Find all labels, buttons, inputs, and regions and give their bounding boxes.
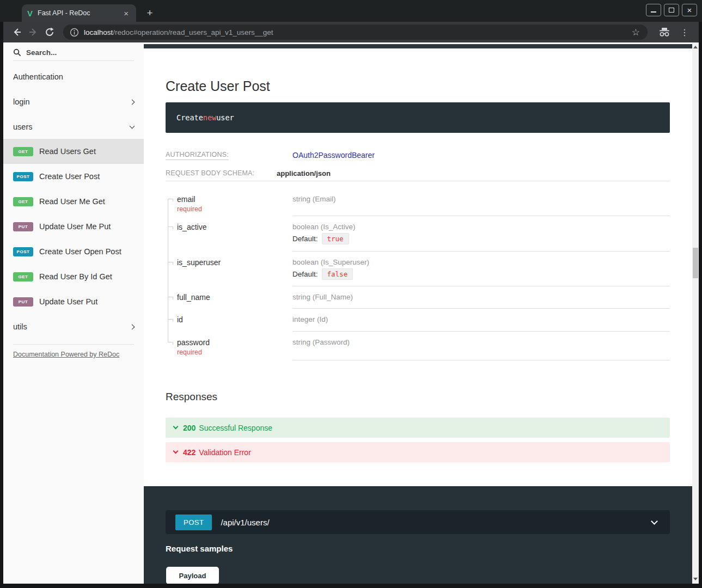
minimize-button[interactable]	[646, 4, 661, 16]
sidebar-item-read-user-by-id-get[interactable]: GET Read User By Id Get	[3, 264, 144, 289]
field-name: is_active	[177, 223, 292, 231]
method-badge-post: POST	[13, 247, 33, 256]
chevron-right-icon	[130, 324, 135, 329]
search-icon	[13, 48, 21, 57]
operation-label: Create User Open Post	[39, 247, 121, 256]
sidebar-item-read-users-get[interactable]: GET Read Users Get	[3, 139, 144, 164]
default-value-chip: true	[322, 233, 349, 244]
chevron-down-icon	[173, 424, 179, 430]
operation-label: Create User Post	[39, 172, 100, 181]
bookmark-star-icon[interactable]: ☆	[632, 27, 640, 38]
method-badge-post: POST	[13, 172, 33, 181]
authorizations-label: AUTHORIZATIONS:	[166, 151, 229, 160]
page-title: Create User Post	[166, 78, 270, 94]
window-controls: ×	[646, 4, 697, 16]
sidebar-group-utils[interactable]: utils	[3, 314, 144, 339]
forward-button[interactable]	[25, 24, 41, 40]
back-button[interactable]	[9, 24, 25, 40]
field-name: is_superuser	[177, 258, 292, 267]
tab-close-icon[interactable]: ×	[121, 8, 131, 19]
tree-connector	[168, 297, 173, 299]
code-text: Create	[176, 113, 203, 122]
field-type: string (Email)	[292, 195, 670, 203]
sidebar-item-update-user-me-put[interactable]: PUT Update User Me Put	[3, 214, 144, 239]
scroll-up-arrow-icon[interactable]	[693, 46, 698, 48]
new-tab-button[interactable]: +	[143, 6, 157, 20]
auth-scheme-link[interactable]: OAuth2PasswordBearer	[292, 151, 375, 160]
close-button[interactable]: ×	[682, 4, 697, 16]
response-code: 422	[183, 448, 196, 457]
request-body-schema-row: REQUEST BODY SCHEMA: application/json	[166, 169, 670, 177]
endpoint-dropdown[interactable]: POST /api/v1/users/	[166, 510, 670, 534]
field-row-password: password required string (Password)	[166, 332, 670, 360]
request-body-schema-label: REQUEST BODY SCHEMA:	[166, 169, 254, 177]
operation-label: Read Users Get	[39, 147, 96, 156]
chevron-down-icon	[651, 518, 658, 525]
method-badge-get: GET	[13, 147, 33, 156]
field-row-email: email required string (Email)	[166, 188, 670, 216]
field-name: email	[177, 195, 292, 204]
response-200-row[interactable]: 200 Successful Response	[166, 418, 670, 438]
response-422-row[interactable]: 422 Validation Error	[166, 442, 670, 462]
browser-menu-button[interactable]: ⋮	[680, 27, 689, 38]
sidebar-group-label: users	[13, 122, 32, 131]
sidebar-item-create-user-open-post[interactable]: POST Create User Open Post	[3, 239, 144, 264]
chevron-down-icon	[173, 449, 179, 454]
browser-titlebar: V Fast API - ReDoc × + ×	[0, 0, 702, 22]
maximize-button[interactable]	[664, 4, 679, 16]
back-arrow-icon	[11, 27, 22, 38]
chevron-down-icon	[130, 124, 135, 129]
method-badge-put: PUT	[13, 222, 33, 231]
method-badge-get: GET	[13, 272, 33, 281]
operation-label: Read User By Id Get	[39, 272, 112, 281]
sidebar-divider	[13, 344, 134, 345]
chevron-right-icon	[130, 99, 135, 105]
page-scrollbar[interactable]	[692, 42, 699, 584]
sidebar-item-read-user-me-get[interactable]: GET Read User Me Get	[3, 189, 144, 214]
operation-description-code: Create new user	[166, 102, 670, 133]
tab-payload[interactable]: Payload	[166, 567, 219, 584]
incognito-icon	[656, 24, 673, 40]
operation-label: Update User Put	[39, 297, 97, 306]
close-icon: ×	[687, 6, 692, 14]
redoc-footer-link[interactable]: Documentation Powered by ReDoc	[13, 351, 119, 358]
sidebar-group-login[interactable]: login	[3, 89, 144, 114]
search-input[interactable]	[26, 48, 124, 57]
code-keyword: new	[203, 113, 216, 122]
default-label: Default:	[292, 235, 318, 243]
sidebar-group-label: utils	[13, 322, 27, 331]
sidebar-group-label: login	[13, 97, 30, 106]
reload-button[interactable]	[41, 24, 58, 40]
field-name: password	[177, 338, 292, 347]
minimize-icon	[651, 11, 656, 13]
request-samples-panel: POST /api/v1/users/ Request samples Payl…	[144, 486, 692, 584]
address-bar[interactable]: localhost/redoc#operation/read_users_api…	[63, 24, 648, 40]
field-default: Default:false	[292, 270, 670, 278]
sidebar-item-authentication[interactable]: Authentication	[13, 72, 63, 81]
search-box[interactable]	[13, 48, 134, 61]
url-text[interactable]: localhost/redoc#operation/read_users_api…	[84, 28, 627, 36]
code-text: user	[216, 113, 234, 122]
sidebar-item-create-user-post[interactable]: POST Create User Post	[3, 164, 144, 189]
sidebar-group-users[interactable]: users	[3, 114, 144, 139]
sidebar-item-update-user-put[interactable]: PUT Update User Put	[3, 289, 144, 314]
field-type: integer (Id)	[292, 315, 670, 323]
page: Authentication login users GET Read User…	[3, 42, 699, 584]
scroll-down-arrow-icon[interactable]	[693, 578, 698, 580]
field-row-full-name: full_name string (Full_Name)	[166, 286, 670, 309]
operation-label: Update User Me Put	[39, 222, 111, 231]
scrollbar-thumb[interactable]	[693, 248, 698, 278]
field-type: string (Full_Name)	[292, 293, 670, 301]
field-required-label: required	[177, 348, 292, 356]
tree-connector	[168, 226, 173, 229]
site-info-icon[interactable]	[70, 28, 79, 37]
authorizations-row: AUTHORIZATIONS: OAuth2PasswordBearer	[166, 151, 670, 160]
response-label: Successful Response	[199, 424, 272, 432]
tab-favicon-icon: V	[27, 9, 33, 18]
field-type: string (Password)	[292, 338, 670, 346]
forward-arrow-icon	[28, 27, 39, 38]
schema-fields-table: email required string (Email) is_active …	[166, 188, 670, 360]
browser-tab[interactable]: V Fast API - ReDoc ×	[22, 4, 136, 22]
operation-label: Read User Me Get	[39, 197, 105, 206]
response-code: 200	[183, 424, 196, 432]
